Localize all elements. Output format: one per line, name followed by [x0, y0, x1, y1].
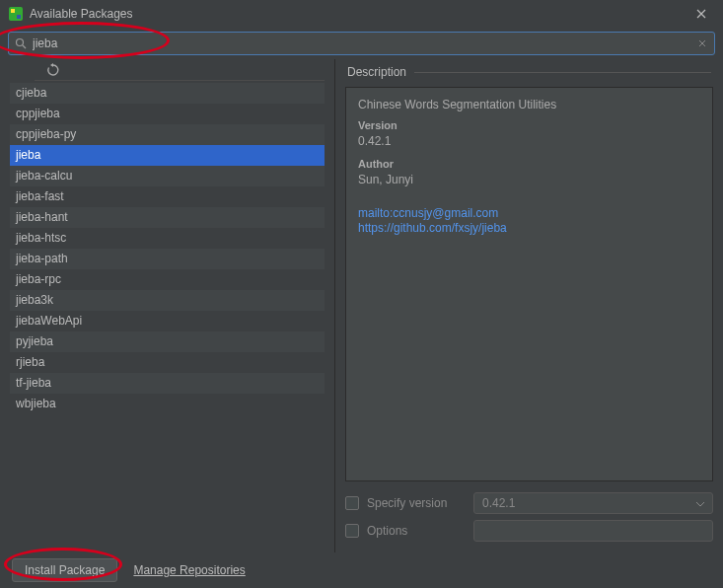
package-item[interactable]: cppjieba: [10, 104, 325, 124]
search-icon: [9, 37, 33, 49]
version-select[interactable]: 0.42.1: [473, 492, 713, 514]
version-select-value: 0.42.1: [482, 496, 515, 510]
app-icon: [8, 6, 24, 22]
footer: Install Package Manage Repositories: [0, 552, 723, 588]
description-panel: Chinese Words Segmentation Utilities Ver…: [345, 87, 713, 481]
package-item[interactable]: jieba-hant: [10, 207, 325, 228]
svg-rect-2: [17, 15, 21, 19]
svg-point-3: [17, 39, 24, 46]
package-item[interactable]: pyjieba: [10, 331, 325, 352]
titlebar: Available Packages: [0, 0, 723, 28]
options-checkbox[interactable]: [345, 524, 359, 538]
refresh-button[interactable]: [44, 61, 62, 79]
package-item[interactable]: jieba-calcu: [10, 166, 325, 186]
package-list: cjiebacppjiebacppjieba-pyjiebajieba-calc…: [0, 81, 334, 552]
specify-version-label: Specify version: [367, 496, 466, 510]
description-header: Description: [345, 61, 713, 83]
description-pane: Description Chinese Words Segmentation U…: [335, 59, 723, 552]
package-item[interactable]: jiebaWebApi: [10, 311, 325, 331]
package-item[interactable]: jieba-htsc: [10, 228, 325, 249]
package-list-pane: cjiebacppjiebacppjieba-pyjiebajieba-calc…: [0, 59, 335, 552]
package-item[interactable]: wbjieba: [10, 394, 325, 414]
clear-icon[interactable]: [690, 39, 714, 47]
options-label: Options: [367, 524, 466, 538]
author-label: Author: [358, 158, 700, 170]
close-button[interactable]: [687, 0, 715, 28]
package-item[interactable]: jieba3k: [10, 290, 325, 311]
package-summary: Chinese Words Segmentation Utilities: [358, 98, 700, 111]
package-item[interactable]: tf-jieba: [10, 373, 325, 394]
description-header-text: Description: [347, 65, 406, 79]
version-value: 0.42.1: [358, 134, 700, 148]
package-item[interactable]: rjieba: [10, 352, 325, 373]
author-value: Sun, Junyi: [358, 173, 700, 186]
package-item[interactable]: cjieba: [10, 83, 325, 104]
search-input[interactable]: [33, 37, 690, 50]
version-label: Version: [358, 119, 700, 131]
svg-rect-1: [11, 9, 15, 13]
package-link[interactable]: https://github.com/fxsjy/jieba: [358, 221, 700, 236]
package-link[interactable]: mailto:ccnusjy@gmail.com: [358, 206, 700, 221]
package-item[interactable]: cppjieba-py: [10, 124, 325, 145]
package-item[interactable]: jieba: [10, 145, 325, 166]
manage-repositories-link[interactable]: Manage Repositories: [125, 559, 253, 581]
chevron-down-icon: [696, 496, 704, 510]
options-input[interactable]: [473, 520, 713, 542]
window-title: Available Packages: [30, 7, 687, 21]
package-item[interactable]: jieba-rpc: [10, 269, 325, 290]
install-package-button[interactable]: Install Package: [12, 558, 117, 582]
specify-version-checkbox[interactable]: [345, 496, 359, 510]
package-item[interactable]: jieba-path: [10, 249, 325, 269]
package-item[interactable]: jieba-fast: [10, 186, 325, 207]
search-bar: [0, 28, 723, 59]
